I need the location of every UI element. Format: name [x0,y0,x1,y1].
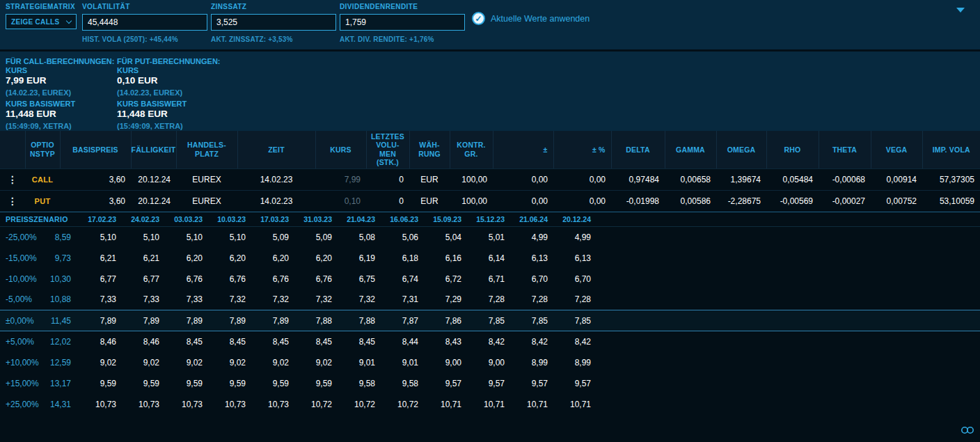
scenario-value: 7,88 [335,310,379,331]
scenario-value: 8,42 [465,331,508,352]
check-circle-icon: ✓ [472,12,485,25]
put-underlying-label: KURS BASISWERT [117,100,221,108]
link-button[interactable] [961,425,974,437]
scenario-base-price: 14,31 [42,394,77,415]
option-cell: 0,05484 [766,168,819,190]
put-info: FÜR PUT-BERECHNUNGEN: KURS 0,10 EUR (14.… [117,57,221,133]
scenario-value: 9,00 [422,352,465,373]
scenario-value: 6,18 [379,248,422,269]
scenario-value: 7,89 [120,310,163,331]
scenario-value: 6,75 [335,269,379,290]
scenario-value: 9,59 [163,373,206,394]
scenario-value: 6,13 [508,248,551,269]
scenario-value: 7,33 [163,290,206,310]
scenario-value: 5,10 [206,227,249,248]
options-table: OPTIO NSTYPBASISPREISFÄLLIGKEITHANDELS- … [0,131,980,212]
scenario-row-filler [594,373,980,394]
option-cell: -0,00068 [819,168,871,190]
scenario-value: 9,59 [292,373,335,394]
scenario-base-price: 8,59 [42,227,77,248]
column-header: THETA [819,131,871,168]
price-scenario-table: PREISSZENARIO17.02.2324.02.2303.03.2310.… [0,212,980,415]
tables-area: OPTIO NSTYPBASISPREISFÄLLIGKEITHANDELS- … [0,131,980,415]
scenario-value: 5,06 [379,227,422,248]
scenario-value: 6,20 [292,248,335,269]
scenario-value: 7,89 [163,310,206,331]
row-menu-icon[interactable]: ⋮ [8,174,17,185]
scenario-row-filler [594,331,980,352]
collapse-panel-button[interactable] [955,6,966,14]
volatility-input[interactable] [82,14,207,31]
option-cell: EUR [409,190,450,212]
column-header: ZEIT [237,131,315,168]
scenario-value: 9,02 [120,352,163,373]
put-price: 0,10 EUR [117,75,221,86]
interest-input[interactable] [211,14,336,31]
scenario-value: 10,72 [379,394,422,415]
option-cell: 0,97484 [611,168,665,190]
option-cell: EUREX [176,190,237,212]
option-cell: EUREX [176,168,237,190]
scenario-value: 6,20 [163,248,206,269]
scenario-date-header: 20.12.24 [551,212,594,227]
row-menu-icon[interactable]: ⋮ [8,196,17,207]
scenario-base-price: 9,73 [42,248,77,269]
apply-current-values-toggle[interactable]: ✓ Aktuelle Werte anwenden [472,12,590,25]
scenario-row: ±0,00%11,457,897,897,897,897,897,887,887… [0,310,980,331]
scenario-value: 8,45 [206,331,249,352]
scenario-value: 10,72 [335,394,379,415]
scenario-base-price: 10,30 [42,269,77,290]
scenario-header-filler [594,212,980,227]
option-cell: 3,60 [60,190,131,212]
option-cell: -0,01998 [611,190,665,212]
scenario-value: 9,02 [163,352,206,373]
scenario-base-price: 10,88 [42,290,77,310]
scenario-date-header: 21.04.23 [335,212,379,227]
scenario-date-header: 17.02.23 [77,212,120,227]
scenario-value: 7,88 [292,310,335,331]
option-cell: 0 [366,168,409,190]
scenario-value: 6,70 [508,269,551,290]
put-underlying-meta: (15:49:09, XETRA) [117,122,221,130]
scenario-value: 7,33 [120,290,163,310]
scenario-value: 7,85 [551,310,594,331]
strategy-matrix-app: STRATEGIEMATRIX ZEIGE CALLS VOLATILITÄT … [0,0,980,442]
column-header-menu [0,131,25,168]
column-header: FÄLLIGKEIT [131,131,176,168]
strategy-select-value: ZEIGE CALLS [11,18,59,26]
scenario-value: 9,01 [379,352,422,373]
option-cell: 14.02.23 [237,190,315,212]
scenario-value: 8,42 [508,331,551,352]
scenario-value: 8,42 [551,331,594,352]
option-row[interactable]: ⋮CALL3,6020.12.24EUREX14.02.237,990EUR10… [0,168,980,190]
column-header: DELTA [611,131,665,168]
scenario-date-header: 31.03.23 [292,212,335,227]
call-price: 7,99 EUR [6,75,114,86]
option-cell: 20.12.24 [131,168,176,190]
scenario-value: 10,73 [206,394,249,415]
option-row[interactable]: ⋮PUT3,6020.12.24EUREX14.02.230,100EUR100… [0,190,980,212]
scenario-value: 10,71 [508,394,551,415]
option-cell: -0,00027 [819,190,871,212]
column-header: VEGA [871,131,922,168]
scenario-value: 9,02 [249,352,292,373]
strategy-select[interactable]: ZEIGE CALLS [6,14,77,29]
scenario-value: 9,59 [77,373,120,394]
option-cell: 1,39674 [716,168,766,190]
scenario-value: 9,59 [249,373,292,394]
column-header: HANDELS- PLATZ [176,131,237,168]
column-header: OMEGA [716,131,766,168]
scenario-value: 6,20 [206,248,249,269]
dividend-label: DIVIDENDENRENDITE [340,3,465,10]
scenario-value: 9,59 [120,373,163,394]
dividend-input[interactable] [340,14,465,31]
scenario-percent: +10,00% [0,352,42,373]
scenario-value: 8,45 [335,331,379,352]
scenario-value: 4,99 [551,227,594,248]
dividend-hint: AKT. DIV. RENDITE: +1,76% [340,35,465,43]
scenario-value: 6,71 [465,269,508,290]
scenario-value: 7,85 [508,310,551,331]
chevron-down-icon [66,17,72,23]
scenario-value: 7,89 [206,310,249,331]
scenario-value: 8,99 [551,352,594,373]
